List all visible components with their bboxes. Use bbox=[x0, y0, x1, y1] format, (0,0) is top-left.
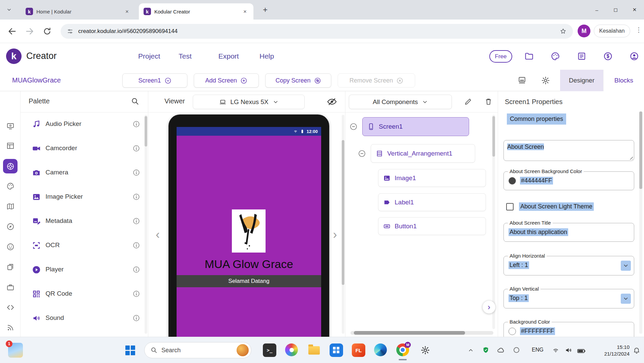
rail-category-sensors-icon[interactable] bbox=[3, 219, 18, 234]
browser-tab-creator[interactable]: k Kodular Creator ✕ bbox=[139, 3, 253, 20]
rail-category-maps-icon[interactable] bbox=[3, 199, 18, 213]
components-filter-dropdown[interactable]: All Components bbox=[349, 95, 452, 109]
clock[interactable]: 15:10 21/12/2024 bbox=[592, 344, 630, 358]
info-icon[interactable] bbox=[133, 169, 140, 176]
menu-help[interactable]: Help bbox=[259, 52, 274, 60]
tab-search-button[interactable] bbox=[4, 5, 14, 15]
kodular-logo[interactable]: k bbox=[6, 48, 22, 64]
browser-menu-icon[interactable]: ⋮ bbox=[636, 26, 642, 34]
component-tree-item-image1[interactable]: Image1 bbox=[378, 169, 486, 187]
taskbar-photos-icon[interactable] bbox=[285, 343, 298, 356]
palette-item-camcorder[interactable]: Camcorder bbox=[21, 136, 148, 161]
notifications-bell-icon[interactable] bbox=[633, 346, 640, 354]
menu-project[interactable]: Project bbox=[138, 52, 160, 60]
screen-selector-button[interactable]: Screen1 bbox=[122, 73, 187, 88]
rail-category-media-icon[interactable] bbox=[3, 159, 18, 173]
color-swatch[interactable] bbox=[509, 328, 516, 335]
back-icon[interactable] bbox=[7, 27, 17, 36]
color-swatch[interactable] bbox=[509, 177, 516, 185]
close-window-button[interactable]: ✕ bbox=[625, 0, 644, 20]
taskbar-chrome-icon[interactable]: M bbox=[396, 343, 409, 356]
theme-palette-icon[interactable] bbox=[551, 52, 560, 61]
forward-icon[interactable] bbox=[25, 27, 34, 36]
background-color-field[interactable]: Background Color #FFFFFFFF bbox=[503, 322, 634, 337]
language-indicator[interactable]: ENG bbox=[532, 347, 544, 353]
widgets-button[interactable]: 1 bbox=[8, 343, 23, 358]
copy-screen-button[interactable]: Copy Screen bbox=[265, 73, 331, 88]
menu-test[interactable]: Test bbox=[179, 52, 192, 60]
palette-item-metadata[interactable]: Metadata bbox=[21, 209, 148, 233]
profile-avatar[interactable]: M bbox=[578, 25, 590, 37]
components-hscrollbar[interactable] bbox=[350, 331, 493, 335]
about-screen-title-field[interactable]: About Screen Title About this applicatio… bbox=[503, 223, 634, 242]
add-screen-button[interactable]: Add Screen bbox=[194, 73, 259, 88]
tab-blocks[interactable]: Blocks bbox=[603, 70, 644, 91]
taskbar-edge-icon[interactable] bbox=[374, 343, 387, 356]
viewer-scrollbar[interactable] bbox=[342, 115, 344, 334]
phone-screen[interactable]: 12:00 MUA Glow Grace Selamat Da bbox=[177, 127, 321, 337]
minimize-button[interactable]: – bbox=[587, 0, 606, 20]
search-icon[interactable] bbox=[131, 97, 139, 105]
volume-icon[interactable] bbox=[565, 346, 572, 354]
palette-item-qr-code[interactable]: QR Code bbox=[21, 282, 148, 306]
settings-gear-icon[interactable] bbox=[541, 76, 550, 85]
info-icon[interactable] bbox=[133, 290, 140, 297]
collapse-toggle-icon[interactable] bbox=[358, 150, 366, 158]
collapse-toggle-icon[interactable] bbox=[349, 123, 358, 131]
wifi-icon[interactable] bbox=[552, 346, 559, 354]
taskbar-search[interactable]: Search bbox=[144, 342, 251, 358]
browser-tab-home[interactable]: k Home | Kodular ✕ bbox=[21, 3, 135, 20]
palette-item-sound[interactable]: Sound bbox=[21, 306, 148, 330]
properties-scrollbar[interactable] bbox=[639, 111, 642, 334]
close-tab-icon[interactable]: ✕ bbox=[241, 8, 249, 15]
assets-icon[interactable] bbox=[518, 76, 526, 85]
align-vertical-select[interactable]: Align Vertical Top : 1 bbox=[503, 289, 634, 308]
news-icon[interactable] bbox=[577, 52, 586, 61]
info-icon[interactable] bbox=[133, 242, 140, 249]
resize-handle-icon[interactable] bbox=[628, 155, 633, 160]
rail-category-experimental-icon[interactable] bbox=[3, 320, 18, 335]
account-icon[interactable] bbox=[630, 52, 639, 61]
info-icon[interactable] bbox=[133, 145, 140, 152]
monetization-icon[interactable] bbox=[603, 52, 613, 61]
rail-category-drawing-icon[interactable] bbox=[3, 179, 18, 193]
taskbar-settings-icon[interactable] bbox=[419, 343, 432, 357]
onedrive-cloud-icon[interactable] bbox=[497, 346, 505, 355]
about-screen-background-color-field[interactable]: About Screen Background Color #444444FF bbox=[503, 171, 634, 190]
tray-chevron-up-icon[interactable] bbox=[468, 347, 474, 353]
new-tab-button[interactable]: + bbox=[260, 5, 270, 15]
components-scrollbar[interactable] bbox=[492, 115, 495, 329]
site-settings-icon[interactable] bbox=[67, 28, 73, 35]
palette-item-player[interactable]: Player bbox=[21, 258, 148, 282]
menu-export[interactable]: Export bbox=[218, 52, 239, 60]
component-tree-item-label1[interactable]: Label1 bbox=[378, 193, 486, 211]
project-folder-icon[interactable] bbox=[524, 52, 534, 61]
info-icon[interactable] bbox=[133, 121, 140, 128]
expand-viewer-icon[interactable]: › bbox=[333, 229, 337, 241]
about-screen-input[interactable]: About Screen bbox=[503, 140, 634, 161]
taskbar-flstudio-icon[interactable]: FL bbox=[352, 343, 365, 357]
palette-scrollbar[interactable] bbox=[145, 115, 147, 334]
taskbar-folder-icon[interactable] bbox=[307, 343, 321, 357]
panel-expander-button[interactable]: › bbox=[483, 301, 495, 314]
tab-designer[interactable]: Designer bbox=[560, 70, 603, 91]
info-icon[interactable] bbox=[133, 218, 140, 225]
maximize-button[interactable]: ◻ bbox=[606, 0, 625, 20]
security-shield-icon[interactable] bbox=[482, 346, 490, 354]
rail-category-storage-icon[interactable] bbox=[3, 260, 18, 274]
profile-chip[interactable]: Kesalahan bbox=[594, 25, 630, 37]
start-button[interactable] bbox=[125, 345, 135, 355]
info-icon[interactable] bbox=[133, 266, 140, 273]
palette-item-audio-picker[interactable]: Audio Picker bbox=[21, 112, 148, 136]
taskbar-store-icon[interactable] bbox=[330, 343, 343, 357]
palette-item-ocr[interactable]: OCR bbox=[21, 233, 148, 258]
rail-category-connectivity-icon[interactable] bbox=[3, 300, 18, 315]
info-icon[interactable] bbox=[133, 315, 140, 322]
app-image[interactable] bbox=[232, 209, 266, 253]
search-highlight-icon[interactable] bbox=[237, 344, 249, 356]
chevron-down-icon[interactable] bbox=[621, 261, 631, 271]
chevron-down-icon[interactable] bbox=[621, 294, 631, 304]
device-selector[interactable]: LG Nexus 5X bbox=[193, 95, 305, 109]
collapse-palette-icon[interactable]: ‹ bbox=[156, 229, 160, 241]
palette-item-camera[interactable]: Camera bbox=[21, 161, 148, 185]
